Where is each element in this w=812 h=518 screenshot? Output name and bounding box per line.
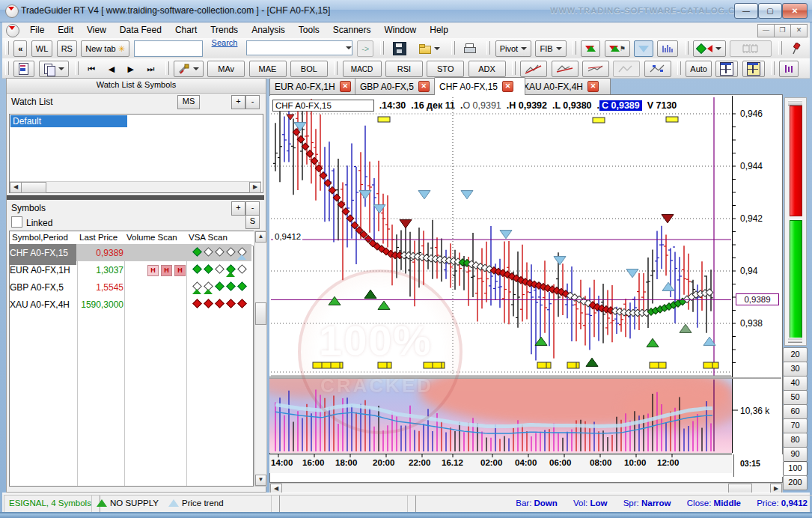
symbols-table[interactable]: Symbol,Period Last Price Volume Scan VSA…: [9, 231, 254, 487]
tools-dropdown-button[interactable]: [174, 61, 204, 77]
checkbox-icon[interactable]: [11, 216, 22, 228]
table-row[interactable]: XAU A0-FX,4H1590,3000: [10, 296, 251, 313]
wl-button[interactable]: WL: [31, 40, 53, 57]
menu-analysis[interactable]: Analysis: [245, 22, 292, 38]
table-row[interactable]: GBP A0-FX,51,5545: [10, 278, 251, 296]
toolbar-grip[interactable]: [380, 41, 384, 55]
go-last-button[interactable]: ⏭: [142, 61, 159, 77]
toolbar-grip[interactable]: [165, 61, 169, 75]
price-axis[interactable]: 0,946 0,944 0,942 0,94 0,938 0,9389: [732, 96, 782, 377]
channel-tool-button[interactable]: [582, 61, 609, 77]
volume-pane[interactable]: [269, 379, 732, 453]
sto-button[interactable]: STO: [427, 61, 464, 77]
search-combobox[interactable]: [246, 40, 352, 55]
scroll-thumb[interactable]: [255, 302, 266, 325]
close-tab-icon[interactable]: ✕: [340, 81, 351, 92]
linked-checkbox[interactable]: Linked: [11, 216, 52, 228]
collapse-watchlist-button[interactable]: «: [13, 40, 27, 57]
symbol-cell[interactable]: XAU A0-FX,4H: [10, 296, 76, 317]
go-prev-button[interactable]: ◀: [104, 61, 119, 77]
symbol-box[interactable]: CHF A0-FX,15: [272, 100, 374, 112]
trend-signal-button[interactable]: [634, 40, 653, 57]
tab-xau[interactable]: XAU A0-FX,4H✕: [518, 78, 611, 94]
symbol-entry-input[interactable]: [134, 40, 203, 57]
minimize-button[interactable]: —: [734, 3, 758, 19]
toolbar-grip[interactable]: [75, 61, 79, 75]
mae-button[interactable]: MAE: [249, 61, 287, 77]
pivot-button[interactable]: Pivot: [495, 40, 531, 57]
save-button[interactable]: [388, 40, 411, 57]
filmstrip-button[interactable]: [730, 40, 772, 57]
scroll-down-arrow[interactable]: ▼: [255, 475, 266, 486]
tile-windows-button[interactable]: [715, 61, 738, 77]
ms-button[interactable]: MS: [177, 95, 200, 109]
bars-count-button-200[interactable]: 200: [783, 475, 808, 490]
mav-button[interactable]: MAv: [207, 61, 245, 77]
maximize-button[interactable]: ▢: [758, 3, 782, 19]
mdi-minimize-button[interactable]: —: [757, 24, 775, 37]
tile-yellow-button[interactable]: [742, 61, 765, 77]
downtrend-tool-button[interactable]: [552, 61, 579, 77]
close-tab-icon[interactable]: ✕: [418, 81, 430, 92]
bars-count-button-70[interactable]: 70: [783, 418, 808, 433]
toolbar-grip[interactable]: [512, 61, 516, 75]
menu-window[interactable]: Window: [378, 22, 424, 38]
watchlist-add-button[interactable]: +: [231, 95, 245, 109]
scroll-thumb[interactable]: [21, 182, 46, 193]
close-button[interactable]: ✕: [782, 3, 808, 19]
pattern-tool-button[interactable]: [613, 61, 640, 77]
menu-tools[interactable]: Tools: [292, 22, 326, 38]
menu-chart[interactable]: Chart: [168, 22, 204, 38]
watch-list-item[interactable]: Default: [10, 115, 127, 127]
bars-count-button-20[interactable]: 20: [783, 347, 808, 362]
trend-gauge[interactable]: [784, 97, 807, 346]
search-link[interactable]: Search: [212, 38, 238, 47]
menu-file[interactable]: File: [23, 22, 51, 38]
s-button[interactable]: S: [245, 215, 260, 229]
toolbar-grip[interactable]: [451, 41, 455, 55]
zigzag-tool-button[interactable]: [644, 61, 671, 77]
go-next-button[interactable]: ▶: [123, 61, 138, 77]
time-axis[interactable]: 14:00 16:00 18:00 20:00 22:00 16.12 02:0…: [269, 454, 732, 473]
volume-axis[interactable]: 10,36 k: [732, 379, 782, 453]
bars-count-button-60[interactable]: 60: [783, 404, 808, 419]
watchlist-hscrollbar[interactable]: ◀ ▶: [10, 181, 261, 192]
toolbar-grip[interactable]: [5, 41, 9, 55]
pane-splitter[interactable]: [269, 376, 781, 379]
symbols-vscrollbar[interactable]: ▲ ▼: [254, 231, 267, 487]
print-button[interactable]: [460, 40, 480, 57]
mdi-restore-button[interactable]: ❐: [774, 24, 791, 37]
close-tab-icon[interactable]: ✕: [587, 81, 599, 92]
new-tab-button[interactable]: New tab ✳: [81, 40, 129, 57]
new-chart-button[interactable]: [13, 61, 34, 77]
panel-divider[interactable]: [7, 195, 264, 200]
toolbar-grip[interactable]: [5, 61, 9, 75]
pin-button[interactable]: [787, 40, 806, 57]
bars-count-button-40[interactable]: 40: [783, 376, 808, 391]
scroll-up-arrow[interactable]: ▲: [255, 231, 266, 243]
watchlist-remove-button[interactable]: -: [245, 95, 260, 109]
macd-button[interactable]: MACD: [343, 61, 382, 77]
watch-list[interactable]: Default ◀ ▶: [9, 114, 263, 193]
bars-count-button-50[interactable]: 50: [783, 390, 808, 405]
menu-trends[interactable]: Trends: [204, 22, 245, 38]
vsa-histogram-button[interactable]: [779, 61, 799, 77]
go-first-button[interactable]: ⏮: [83, 61, 100, 77]
fib-button[interactable]: FIB: [535, 40, 566, 57]
toolbar-grip[interactable]: [486, 41, 490, 55]
mdi-close-button[interactable]: ✕: [790, 24, 808, 37]
menu-help[interactable]: Help: [423, 22, 455, 38]
auto-scale-button[interactable]: Auto: [686, 61, 712, 77]
copy-chart-button[interactable]: [39, 61, 69, 77]
toolbar-grip[interactable]: [685, 41, 689, 55]
uptrend-tool-button[interactable]: [520, 61, 547, 77]
toolbar-grip[interactable]: [677, 61, 681, 75]
menu-scanners[interactable]: Scanners: [326, 22, 378, 38]
histogram-tool-button[interactable]: [657, 40, 678, 57]
go-button[interactable]: ->: [357, 40, 373, 57]
bars-count-button-90[interactable]: 90: [783, 447, 808, 462]
toolbar-grip[interactable]: [778, 41, 782, 55]
bars-count-button-100[interactable]: 100: [783, 461, 808, 476]
bars-count-button-80[interactable]: 80: [783, 433, 808, 448]
open-file-button[interactable]: [415, 40, 445, 57]
